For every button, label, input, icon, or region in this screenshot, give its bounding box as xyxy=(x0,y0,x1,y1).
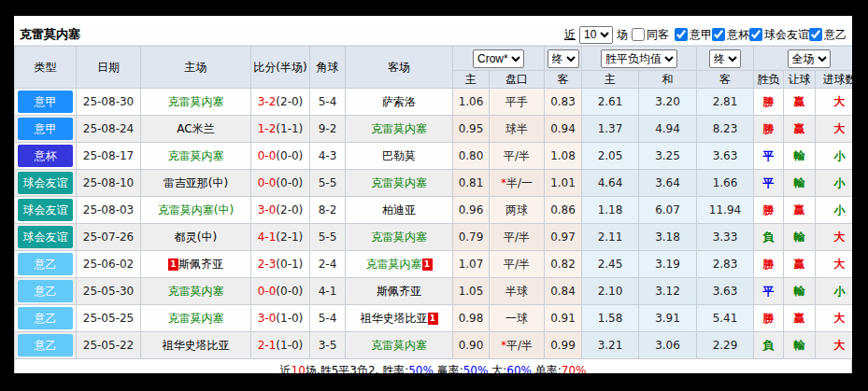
handicap-result-cell: 贏 xyxy=(784,197,816,224)
crown-home-odds-cell: 0.81 xyxy=(453,170,490,197)
goals-result-cell: 小 xyxy=(816,197,853,224)
league-badge: 球会友谊 xyxy=(18,226,73,248)
match-count-select[interactable]: 10 xyxy=(579,26,613,44)
halftime-score: (0-1) xyxy=(276,258,303,271)
summary-part: 大: xyxy=(488,364,506,373)
league-cell: 球会友谊 xyxy=(15,197,77,224)
corner-cell: 5-5 xyxy=(310,224,346,251)
scope-select[interactable]: 全场 xyxy=(788,49,831,68)
col-header-avg-draw: 和 xyxy=(639,71,697,89)
team-name: 克雷莫内塞 xyxy=(371,176,427,189)
summary-part: 60% xyxy=(506,364,532,373)
corner-cell: 5-4 xyxy=(310,305,346,332)
summary-bar: 近10场,胜5平3负2, 胜率:50% 赢率:50% 大:60% 单率:70% xyxy=(14,359,852,373)
crown-away-odds-cell: 0.84 xyxy=(545,278,582,305)
winlose-result-cell: 平 xyxy=(754,278,784,305)
league-filter-checkbox[interactable] xyxy=(749,28,762,41)
goals-result-cell: 大 xyxy=(816,251,853,278)
winlose-result-cell: 勝 xyxy=(754,251,784,278)
matches-label: 场 xyxy=(617,27,628,43)
score-cell: 3-2(2-0) xyxy=(251,89,310,116)
halftime-score: (1-0) xyxy=(276,312,303,325)
winlose-result-cell: 負 xyxy=(754,224,784,251)
avg-away-odds-cell: 11.94 xyxy=(697,197,754,224)
same-away-checkbox[interactable] xyxy=(632,28,645,41)
matches-table: 类型 日期 主场 比分(半场) 角球 客场 Crow* 终 胜平负均值 终 xyxy=(14,46,852,359)
avg-draw-odds-cell: 3.18 xyxy=(639,224,697,251)
league-filter-checkbox[interactable] xyxy=(809,28,822,41)
col-header-goals: 进球数 xyxy=(816,71,853,89)
bookmaker-select[interactable]: Crow* xyxy=(473,49,524,68)
halftime-score: (0-0) xyxy=(276,176,303,189)
league-cell: 意乙 xyxy=(15,332,77,359)
avg-home-odds-cell: 1.37 xyxy=(582,116,639,143)
avg-away-odds-cell: 2.29 xyxy=(697,332,754,359)
avg-odds-select[interactable]: 胜平负均值 xyxy=(601,49,677,68)
handicap-cell: 平/半 xyxy=(490,143,545,170)
summary-part: 赢率: xyxy=(434,364,463,373)
home-team-cell: 都灵(中) xyxy=(141,224,251,251)
away-team-cell: 克雷莫内塞 xyxy=(346,332,453,359)
col-header-score: 比分(半场) xyxy=(251,47,310,89)
league-filter-意乙[interactable]: 意乙 xyxy=(809,27,847,43)
league-filter-球会友谊[interactable]: 球会友谊 xyxy=(749,27,809,43)
goals-result-cell: 大 xyxy=(816,89,853,116)
handicap-result-cell: 贏 xyxy=(784,305,816,332)
crown-away-odds-cell: 0.82 xyxy=(545,251,582,278)
filter-controls: 近 10 场 同客 意甲意杯球会友谊意乙 xyxy=(564,26,847,44)
date-cell: 25-08-03 xyxy=(77,197,141,224)
col-header-home: 主场 xyxy=(141,47,251,89)
crown-away-odds-cell: 1.01 xyxy=(545,170,582,197)
crown-away-odds-cell: 0.99 xyxy=(545,332,582,359)
team-name: 柏迪亚 xyxy=(382,203,416,216)
recent-link[interactable]: 近 xyxy=(564,27,576,43)
handicap-result-cell: 輸 xyxy=(784,143,816,170)
avg-select-cell: 胜平负均值 xyxy=(582,47,697,71)
avg-state-select[interactable]: 终 xyxy=(709,49,741,68)
avg-home-odds-cell: 2.45 xyxy=(582,251,639,278)
avg-away-odds-cell: 5.41 xyxy=(697,305,754,332)
team-name: 斯佩齐亚 xyxy=(178,258,223,271)
winlose-result-cell: 平 xyxy=(754,143,784,170)
fulltime-score: 3-2 xyxy=(258,95,277,108)
corner-cell: 2-4 xyxy=(310,251,346,278)
league-cell: 意乙 xyxy=(15,251,77,278)
avg-home-odds-cell: 4.64 xyxy=(582,170,639,197)
avg-home-odds-cell: 1.18 xyxy=(582,197,639,224)
table-row: 意杯25-08-17克雷莫内塞0-0(0-0)4-3巴勒莫0.80平/半1.08… xyxy=(15,143,853,170)
same-away-option[interactable]: 同客 xyxy=(632,27,669,43)
bookmaker-state-cell: 终 xyxy=(545,47,582,71)
away-team-cell: 克雷莫内塞 xyxy=(346,170,453,197)
summary-part: 50% xyxy=(408,364,434,373)
team-name: 克雷莫内塞 xyxy=(366,258,422,271)
winlose-result-cell: 平 xyxy=(754,170,784,197)
league-filter-checkbox[interactable] xyxy=(712,28,725,41)
team-title: 克雷莫内塞 xyxy=(20,26,80,43)
league-filter-意杯[interactable]: 意杯 xyxy=(712,27,749,43)
league-filter-意甲[interactable]: 意甲 xyxy=(675,27,712,43)
league-filter-checkbox[interactable] xyxy=(675,28,688,41)
halftime-score: (1-0) xyxy=(276,339,303,352)
score-cell: 3-0(1-0) xyxy=(251,305,310,332)
home-team-cell: AC米兰 xyxy=(141,116,251,143)
winlose-result-cell: 負 xyxy=(754,332,784,359)
avg-draw-odds-cell: 3.25 xyxy=(639,143,697,170)
fulltime-score: 2-3 xyxy=(258,258,277,271)
goals-result-cell: 小 xyxy=(816,143,853,170)
league-badge: 意甲 xyxy=(18,91,73,113)
handicap-result-cell: 輸 xyxy=(784,278,816,305)
handicap-cell: 球半 xyxy=(490,116,545,143)
table-row: 球会友谊25-07-26都灵(中)4-1(2-1)5-5克雷莫内塞0.79平/半… xyxy=(15,224,853,251)
crown-home-odds-cell: 0.98 xyxy=(453,305,490,332)
rank-badge: 1 xyxy=(428,313,438,325)
col-header-crown-away: 客 xyxy=(545,71,582,89)
winlose-result-cell: 勝 xyxy=(754,116,784,143)
fulltime-score: 2-1 xyxy=(258,339,277,352)
summary-part: 单率: xyxy=(532,364,562,373)
winlose-result-cell: 勝 xyxy=(754,197,784,224)
bookmaker-state-select[interactable]: 终 xyxy=(548,49,579,68)
team-name: 克雷莫内塞(中) xyxy=(158,203,234,216)
away-team-cell: 克雷莫内塞 xyxy=(346,116,453,143)
score-cell: 0-0(0-0) xyxy=(251,170,310,197)
team-name: AC米兰 xyxy=(177,122,214,135)
